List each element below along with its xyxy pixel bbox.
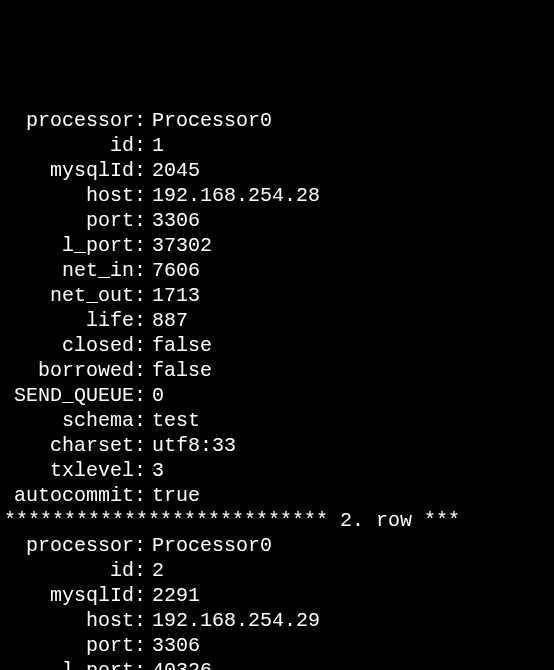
- field-value: 37302: [146, 233, 212, 258]
- field-label: processor: [4, 533, 134, 558]
- field-value: 7606: [146, 258, 200, 283]
- colon-separator: :: [134, 133, 146, 158]
- field-value: 2: [146, 558, 164, 583]
- field-line: schema:test: [4, 408, 554, 433]
- field-line: SEND_QUEUE:0: [4, 383, 554, 408]
- colon-separator: :: [134, 258, 146, 283]
- field-line: mysqlId:2291: [4, 583, 554, 608]
- field-line: l_port:40326: [4, 658, 554, 670]
- field-value: 3: [146, 458, 164, 483]
- colon-separator: :: [134, 558, 146, 583]
- field-value: 192.168.254.28: [146, 183, 320, 208]
- field-label: mysqlId: [4, 583, 134, 608]
- field-line: closed:false: [4, 333, 554, 358]
- row-separator: *************************** 2. row ***: [4, 508, 554, 533]
- field-label: charset: [4, 433, 134, 458]
- field-label: txlevel: [4, 458, 134, 483]
- field-line: charset:utf8:33: [4, 433, 554, 458]
- field-line: autocommit:true: [4, 483, 554, 508]
- colon-separator: :: [134, 483, 146, 508]
- colon-separator: :: [134, 633, 146, 658]
- colon-separator: :: [134, 158, 146, 183]
- field-label: net_out: [4, 283, 134, 308]
- field-label: port: [4, 633, 134, 658]
- field-label: net_in: [4, 258, 134, 283]
- field-label: host: [4, 183, 134, 208]
- field-label: id: [4, 133, 134, 158]
- terminal-output: processor:Processor0id:1mysqlId:2045host…: [4, 108, 554, 670]
- field-label: processor: [4, 108, 134, 133]
- field-line: net_in:7606: [4, 258, 554, 283]
- colon-separator: :: [134, 333, 146, 358]
- field-value: true: [146, 483, 200, 508]
- field-line: l_port:37302: [4, 233, 554, 258]
- field-value: 192.168.254.29: [146, 608, 320, 633]
- field-label: life: [4, 308, 134, 333]
- colon-separator: :: [134, 183, 146, 208]
- field-label: schema: [4, 408, 134, 433]
- colon-separator: :: [134, 583, 146, 608]
- field-line: port:3306: [4, 633, 554, 658]
- field-value: 887: [146, 308, 188, 333]
- colon-separator: :: [134, 408, 146, 433]
- field-value: 2291: [146, 583, 200, 608]
- field-line: processor:Processor0: [4, 108, 554, 133]
- colon-separator: :: [134, 208, 146, 233]
- colon-separator: :: [134, 358, 146, 383]
- field-value: 1: [146, 133, 164, 158]
- colon-separator: :: [134, 108, 146, 133]
- field-value: utf8:33: [146, 433, 236, 458]
- colon-separator: :: [134, 458, 146, 483]
- field-line: net_out:1713: [4, 283, 554, 308]
- colon-separator: :: [134, 233, 146, 258]
- colon-separator: :: [134, 308, 146, 333]
- field-value: 2045: [146, 158, 200, 183]
- field-label: l_port: [4, 658, 134, 670]
- colon-separator: :: [134, 658, 146, 670]
- field-line: port:3306: [4, 208, 554, 233]
- field-value: test: [146, 408, 200, 433]
- field-label: port: [4, 208, 134, 233]
- field-value: false: [146, 358, 212, 383]
- field-label: host: [4, 608, 134, 633]
- field-value: 40326: [146, 658, 212, 670]
- field-value: 1713: [146, 283, 200, 308]
- colon-separator: :: [134, 608, 146, 633]
- field-label: l_port: [4, 233, 134, 258]
- field-label: closed: [4, 333, 134, 358]
- field-line: borrowed:false: [4, 358, 554, 383]
- field-line: id:2: [4, 558, 554, 583]
- field-label: autocommit: [4, 483, 134, 508]
- field-line: mysqlId:2045: [4, 158, 554, 183]
- colon-separator: :: [134, 383, 146, 408]
- field-value: 0: [146, 383, 164, 408]
- field-label: id: [4, 558, 134, 583]
- field-label: mysqlId: [4, 158, 134, 183]
- field-line: host:192.168.254.29: [4, 608, 554, 633]
- field-value: Processor0: [146, 108, 272, 133]
- colon-separator: :: [134, 533, 146, 558]
- field-label: SEND_QUEUE: [4, 383, 134, 408]
- field-line: host:192.168.254.28: [4, 183, 554, 208]
- colon-separator: :: [134, 283, 146, 308]
- field-value: Processor0: [146, 533, 272, 558]
- field-line: id:1: [4, 133, 554, 158]
- field-line: txlevel:3: [4, 458, 554, 483]
- field-value: false: [146, 333, 212, 358]
- field-value: 3306: [146, 633, 200, 658]
- colon-separator: :: [134, 433, 146, 458]
- field-line: processor:Processor0: [4, 533, 554, 558]
- field-label: borrowed: [4, 358, 134, 383]
- field-line: life:887: [4, 308, 554, 333]
- field-value: 3306: [146, 208, 200, 233]
